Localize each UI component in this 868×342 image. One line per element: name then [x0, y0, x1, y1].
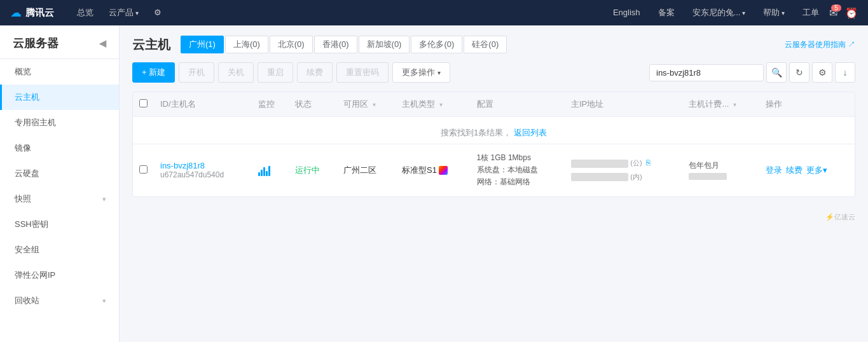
nav-overview[interactable]: 总览: [69, 0, 101, 25]
search-result-cell: 搜索找到1条结果， 返回列表: [133, 117, 855, 144]
sidebar-item-dedicated[interactable]: 专用宿主机: [0, 110, 119, 135]
table-row: ins-bvzj81r8 u672au547du540d: [133, 144, 855, 196]
resetpwd-button[interactable]: 重置密码: [336, 62, 389, 83]
more-ops-arrow: ▾: [437, 69, 441, 76]
layout: 云服务器 ◀ 概览 云主机 专用宿主机 镜像 云硬盘 快照 ▾ SSH密钥 安全…: [0, 25, 868, 342]
region-tab-toronto[interactable]: 多伦多(0): [411, 36, 462, 53]
sidebar-item-snapshot-label: 快照: [15, 193, 31, 205]
nav-mail-badge[interactable]: ✉ 5: [829, 7, 837, 19]
sidebar-item-eip[interactable]: 弹性公网IP: [0, 263, 119, 288]
sidebar-item-overview[interactable]: 概览: [0, 59, 119, 85]
config-line1: 1核 1GB 1Mbps: [477, 152, 558, 164]
instance-name[interactable]: ins-bvzj81r8: [160, 161, 245, 170]
row-status-cell: 运行中: [289, 144, 336, 196]
clock-icon[interactable]: ⏰: [845, 7, 858, 19]
new-button[interactable]: + 新建: [132, 62, 175, 83]
search-input[interactable]: [649, 64, 764, 81]
stop-button[interactable]: 关机: [218, 62, 254, 83]
monitor-chart-icon[interactable]: [258, 165, 283, 176]
sidebar-item-snapshot[interactable]: 快照 ▾: [0, 186, 119, 212]
copy-public-ip-icon[interactable]: ⎘: [646, 158, 651, 167]
sidebar-item-eip-label: 弹性公网IP: [15, 270, 55, 281]
sidebar-item-sshkey-label: SSH密钥: [15, 219, 48, 230]
search-button[interactable]: 🔍: [766, 62, 787, 83]
nav-products[interactable]: 云产品: [101, 0, 146, 26]
billing-filter-icon[interactable]: ▾: [733, 101, 736, 108]
internal-ip-value: [571, 173, 628, 181]
return-list-link[interactable]: 返回列表: [514, 128, 547, 137]
page-header-left: 云主机 广州(1) 上海(0) 北京(0) 香港(0) 新加坡(0) 多伦多(0…: [132, 36, 507, 53]
nav-help[interactable]: 帮助: [755, 0, 792, 26]
nav-workorder[interactable]: 工单: [795, 0, 827, 25]
col-id: ID/主机名: [154, 92, 252, 117]
zone-filter-icon[interactable]: ▾: [373, 101, 376, 108]
col-zone-label: 可用区: [343, 99, 368, 109]
sidebar-item-disk-label: 云硬盘: [15, 168, 39, 179]
region-tab-shanghai[interactable]: 上海(0): [225, 36, 268, 53]
nav-filing[interactable]: 备案: [651, 0, 682, 25]
nav-english[interactable]: English: [605, 0, 648, 25]
logo-text: 腾讯云: [25, 7, 54, 19]
guide-link[interactable]: 云服务器使用指南 ↗: [785, 39, 855, 50]
chevron-down-icon-more: ▾: [823, 165, 827, 175]
sidebar-collapse-btn[interactable]: ◀: [99, 38, 106, 48]
op-login[interactable]: 登录: [766, 165, 782, 176]
region-tab-singapore[interactable]: 新加坡(0): [359, 36, 410, 53]
logo[interactable]: ☁ 腾讯云: [10, 6, 54, 20]
bar5: [268, 166, 270, 176]
select-all-col: [133, 92, 154, 117]
nav-right: English 备案 安东尼的兔... 帮助 工单 ✉ 5 ⏰: [605, 0, 858, 26]
nav-settings[interactable]: ⚙: [146, 0, 169, 25]
row-zone-cell: 广州二区: [337, 144, 396, 196]
op-more[interactable]: 更多 ▾: [806, 165, 827, 176]
op-btns: 登录 续费 更多 ▾: [766, 165, 848, 176]
region-tab-silicon[interactable]: 硅谷(0): [464, 36, 507, 53]
instance-zone: 广州二区: [343, 165, 376, 175]
download-button[interactable]: ↓: [835, 62, 855, 83]
sidebar-item-sshkey[interactable]: SSH密钥: [0, 212, 119, 237]
sidebar: 云服务器 ◀ 概览 云主机 专用宿主机 镜像 云硬盘 快照 ▾ SSH密钥 安全…: [0, 25, 120, 342]
sidebar-item-image[interactable]: 镜像: [0, 135, 119, 161]
type-filter-icon[interactable]: ▾: [439, 101, 443, 108]
op-renew[interactable]: 续费: [786, 165, 803, 176]
nav-user[interactable]: 安东尼的兔...: [685, 0, 754, 26]
col-billing-label: 主机计费...: [689, 99, 729, 109]
table: ID/主机名 监控 状态 可用区 ▾: [133, 92, 855, 196]
region-tab-guangzhou[interactable]: 广州(1): [181, 36, 224, 53]
sidebar-item-recycle[interactable]: 回收站 ▾: [0, 288, 119, 313]
mail-count: 5: [831, 4, 841, 11]
sidebar-item-overview-label: 概览: [15, 66, 31, 78]
row-checkbox-cell: [133, 144, 154, 196]
col-status-label: 状态: [295, 99, 312, 109]
select-all-checkbox[interactable]: [139, 99, 148, 107]
sidebar-title: 云服务器 ◀: [0, 25, 119, 59]
col-type: 主机类型 ▾: [396, 92, 471, 117]
col-config: 配置: [471, 92, 565, 117]
col-id-label: ID/主机名: [160, 99, 196, 109]
col-ip-label: 主IP地址: [571, 99, 603, 109]
more-ops-label: 更多操作: [402, 67, 435, 78]
more-ops-button[interactable]: 更多操作 ▾: [392, 62, 450, 83]
refresh-button[interactable]: ↻: [789, 62, 809, 83]
sidebar-item-vm[interactable]: 云主机: [0, 85, 119, 110]
renew-button[interactable]: 续费: [297, 62, 333, 83]
table-header-row: ID/主机名 监控 状态 可用区 ▾: [133, 92, 855, 117]
row-monitor-cell: [252, 144, 289, 196]
reboot-button[interactable]: 重启: [258, 62, 293, 83]
watermark: ⚡亿速云: [825, 213, 855, 221]
download-icon: ↓: [843, 67, 848, 78]
sidebar-item-disk[interactable]: 云硬盘: [0, 161, 119, 186]
region-tab-beijing[interactable]: 北京(0): [270, 36, 313, 53]
sidebar-item-recycle-label: 回收站: [15, 295, 39, 306]
row-ip-cell: (公) ⎘ (内): [565, 144, 682, 196]
sidebar-item-securitygroup[interactable]: 安全组: [0, 237, 119, 263]
settings-icon: ⚙: [818, 67, 827, 78]
start-button[interactable]: 开机: [179, 62, 214, 83]
settings-col-button[interactable]: ⚙: [812, 62, 832, 83]
row-checkbox[interactable]: [139, 165, 148, 174]
region-tab-hongkong[interactable]: 香港(0): [314, 36, 357, 53]
instance-type-label: 标准型S1: [402, 165, 437, 176]
col-zone: 可用区 ▾: [337, 92, 396, 117]
toolbar: + 新建 开机 关机 重启 续费 重置密码 更多操作 ▾ 🔍 ↻: [132, 62, 855, 83]
bar2: [261, 170, 263, 176]
